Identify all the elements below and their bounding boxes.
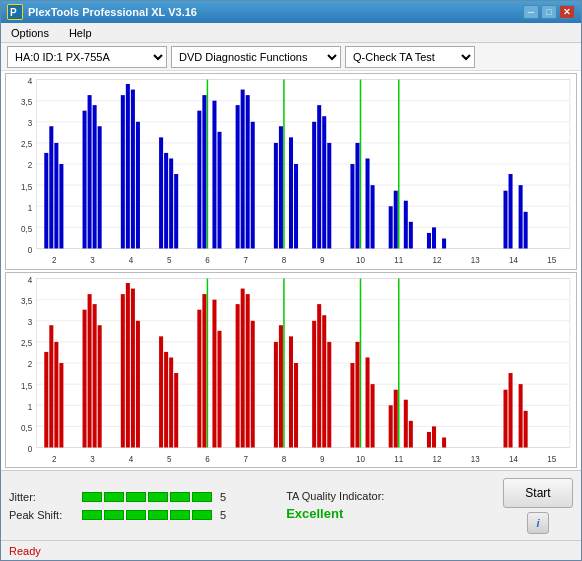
title-bar: P PlexTools Professional XL V3.16 ─ □ ✕	[1, 1, 581, 23]
svg-text:3: 3	[28, 316, 33, 326]
svg-rect-59	[217, 132, 221, 249]
svg-rect-68	[312, 122, 316, 249]
test-select[interactable]: Q-Check TA Test	[345, 46, 475, 68]
drive-select[interactable]: HA:0 ID:1 PX-755A	[7, 46, 167, 68]
blue-chart: 4 3,5 3 2,5 2 1,5 1 0,5 0 2 3 4 5 6 7 8 …	[5, 73, 577, 270]
app-icon: P	[7, 4, 23, 20]
svg-rect-61	[241, 90, 245, 249]
svg-rect-76	[389, 206, 393, 248]
svg-rect-158	[355, 341, 359, 447]
svg-rect-153	[312, 320, 316, 447]
svg-rect-150	[279, 325, 283, 447]
svg-text:15: 15	[547, 255, 556, 265]
info-button[interactable]: i	[527, 512, 549, 534]
start-button[interactable]: Start	[503, 478, 573, 508]
svg-rect-128	[59, 363, 63, 447]
svg-rect-152	[294, 363, 298, 447]
svg-rect-162	[394, 389, 398, 447]
svg-rect-80	[427, 233, 431, 249]
menu-help[interactable]: Help	[63, 25, 98, 41]
svg-text:14: 14	[509, 453, 518, 463]
minimize-button[interactable]: ─	[523, 5, 539, 19]
menu-options[interactable]: Options	[5, 25, 55, 41]
svg-rect-147	[246, 294, 250, 447]
svg-text:2,5: 2,5	[21, 139, 32, 149]
peak-shift-bars	[82, 510, 212, 520]
svg-rect-64	[274, 143, 278, 249]
jitter-bars	[82, 492, 212, 502]
svg-rect-142	[202, 294, 206, 447]
svg-rect-156	[327, 341, 331, 447]
peak-shift-bar-4	[148, 510, 168, 520]
svg-rect-72	[350, 164, 354, 248]
svg-rect-139	[169, 357, 173, 447]
svg-text:2: 2	[52, 255, 57, 265]
svg-rect-169	[509, 373, 513, 447]
jitter-bar-1	[82, 492, 102, 502]
svg-rect-84	[509, 174, 513, 248]
svg-text:0,5: 0,5	[21, 422, 32, 432]
svg-rect-45	[88, 95, 92, 248]
peak-shift-bar-1	[82, 510, 102, 520]
svg-text:1,5: 1,5	[21, 380, 32, 390]
svg-text:4: 4	[129, 255, 134, 265]
svg-rect-83	[503, 191, 507, 249]
main-window: P PlexTools Professional XL V3.16 ─ □ ✕ …	[0, 0, 582, 561]
svg-text:14: 14	[509, 255, 518, 265]
peak-shift-bar-6	[192, 510, 212, 520]
svg-rect-74	[366, 158, 370, 248]
jitter-bar-4	[148, 492, 168, 502]
svg-rect-171	[524, 410, 528, 447]
svg-text:13: 13	[471, 453, 480, 463]
jitter-bar-5	[170, 492, 190, 502]
peak-shift-label: Peak Shift:	[9, 509, 74, 521]
svg-rect-70	[322, 116, 326, 248]
svg-text:13: 13	[471, 255, 480, 265]
svg-rect-131	[93, 304, 97, 447]
svg-rect-47	[98, 126, 102, 248]
svg-rect-52	[159, 137, 163, 248]
svg-text:0,5: 0,5	[21, 223, 32, 233]
svg-rect-69	[317, 105, 321, 248]
svg-text:12: 12	[433, 255, 442, 265]
svg-text:3: 3	[28, 118, 33, 128]
svg-rect-163	[404, 399, 408, 447]
svg-rect-127	[54, 341, 58, 447]
svg-rect-168	[503, 389, 507, 447]
svg-rect-77	[394, 191, 398, 249]
svg-rect-60	[236, 105, 240, 248]
metrics-right: TA Quality Indicator: Excellent	[246, 490, 483, 521]
peak-shift-value: 5	[220, 509, 226, 521]
svg-rect-148	[251, 320, 255, 447]
svg-text:8: 8	[282, 255, 287, 265]
svg-rect-129	[83, 309, 87, 447]
svg-rect-136	[136, 320, 140, 447]
bottom-panel: Jitter: 5 Peak Shift:	[1, 470, 581, 540]
maximize-button[interactable]: □	[541, 5, 557, 19]
svg-text:3,5: 3,5	[21, 295, 32, 305]
svg-rect-85	[519, 185, 523, 248]
svg-rect-62	[246, 95, 250, 248]
svg-rect-82	[442, 238, 446, 248]
menu-bar: Options Help	[1, 23, 581, 43]
svg-text:3: 3	[90, 453, 95, 463]
svg-text:11: 11	[394, 255, 403, 265]
svg-rect-40	[44, 153, 48, 249]
peak-shift-row: Peak Shift: 5	[9, 509, 226, 521]
svg-text:7: 7	[243, 453, 248, 463]
function-select[interactable]: DVD Diagnostic Functions	[171, 46, 341, 68]
svg-text:0: 0	[28, 245, 33, 255]
close-button[interactable]: ✕	[559, 5, 575, 19]
svg-text:6: 6	[205, 453, 210, 463]
svg-rect-50	[131, 90, 135, 249]
svg-rect-66	[289, 137, 293, 248]
svg-text:1: 1	[28, 202, 33, 212]
svg-rect-43	[59, 164, 63, 248]
svg-rect-160	[371, 384, 375, 447]
action-buttons: Start i	[503, 478, 573, 534]
red-chart: 4 3,5 3 2,5 2 1,5 1 0,5 0 2 3 4 5 6 7 8 …	[5, 272, 577, 469]
jitter-row: Jitter: 5	[9, 491, 226, 503]
svg-rect-53	[164, 153, 168, 249]
svg-rect-135	[131, 288, 135, 447]
svg-rect-55	[174, 174, 178, 248]
